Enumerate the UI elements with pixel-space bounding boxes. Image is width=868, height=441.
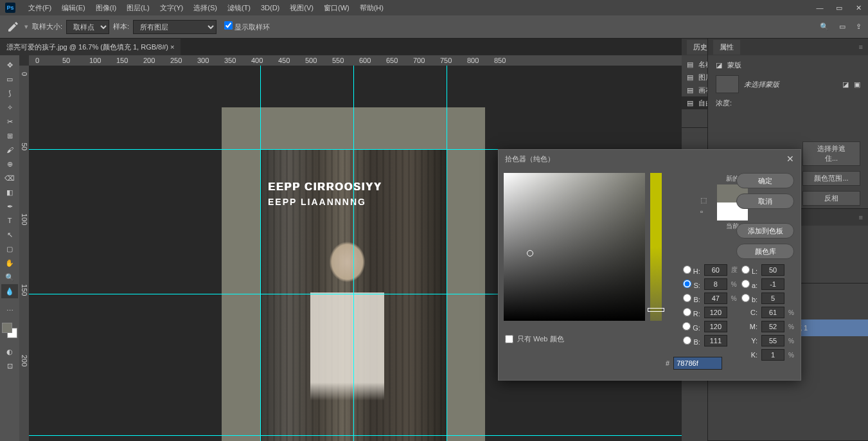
- invert-button[interactable]: 反相: [802, 191, 860, 206]
- frame-tool[interactable]: ⊞: [1, 129, 18, 143]
- m-input[interactable]: [761, 321, 784, 332]
- s-radio[interactable]: [683, 280, 691, 288]
- hand-tool[interactable]: ✋: [1, 256, 18, 270]
- share-icon[interactable]: ⇪: [856, 22, 862, 31]
- shape-tool[interactable]: ▢: [1, 242, 18, 256]
- add-mask-icon[interactable]: ◪: [842, 80, 849, 89]
- mask-icon: ◪: [716, 61, 722, 69]
- brush-tool[interactable]: 🖌: [1, 143, 18, 157]
- hue-thumb: [648, 308, 664, 312]
- document-tab-title: 漂亮可爱的孩子.jpg @ 16.7% (颜色填充 1, RGB/8#) ×: [6, 42, 174, 52]
- stamp-tool[interactable]: ⊕: [1, 157, 18, 171]
- restore-button[interactable]: ▭: [829, 1, 849, 14]
- show-ring-checkbox[interactable]: 显示取样环: [224, 21, 270, 32]
- pen-tool[interactable]: ✒: [1, 199, 18, 213]
- dialog-title: 拾色器（纯色）: [505, 154, 554, 164]
- crop-tool[interactable]: ✂: [1, 114, 18, 129]
- menu-image[interactable]: 图像(I): [91, 3, 121, 13]
- add-vmask-icon[interactable]: ▣: [854, 80, 860, 89]
- sample-label: 样本:: [113, 22, 129, 32]
- panel-menu-icon[interactable]: ≡: [859, 43, 863, 51]
- g-input[interactable]: [704, 321, 727, 332]
- screenmode-tool[interactable]: ⊡: [1, 359, 18, 373]
- hex-input[interactable]: [673, 357, 722, 370]
- quickmask-tool[interactable]: ◐: [1, 345, 18, 359]
- menu-filter[interactable]: 滤镜(T): [222, 3, 256, 13]
- cube-icon[interactable]: ⬚: [700, 196, 707, 204]
- guide-horizontal[interactable]: [29, 435, 682, 436]
- b-radio[interactable]: [683, 294, 691, 302]
- more-tools[interactable]: ⋯: [1, 303, 18, 318]
- add-swatch-button[interactable]: 添加到色板: [736, 223, 794, 239]
- hue-slider[interactable]: [650, 173, 662, 321]
- workspace-icon[interactable]: ▭: [839, 22, 846, 31]
- color-field[interactable]: [504, 173, 645, 321]
- color-swatches[interactable]: [2, 323, 17, 338]
- bl-radio[interactable]: [683, 336, 691, 345]
- foreground-color[interactable]: [2, 323, 12, 333]
- ruler-horizontal: 0501001502002503003504004505005506006507…: [29, 55, 682, 66]
- b2-input[interactable]: [761, 292, 784, 304]
- h-input[interactable]: [704, 264, 727, 276]
- lasso-tool[interactable]: ⟆: [1, 86, 18, 100]
- cancel-button[interactable]: 取消: [736, 194, 794, 209]
- r-radio[interactable]: [683, 308, 691, 316]
- l-radio[interactable]: [741, 266, 750, 274]
- menu-3d[interactable]: 3D(D): [256, 4, 285, 12]
- guide-vertical[interactable]: [260, 66, 261, 441]
- g-radio[interactable]: [682, 322, 691, 330]
- doc-icon: ▤: [687, 73, 693, 82]
- a-input[interactable]: [761, 278, 784, 290]
- minimize-button[interactable]: —: [810, 1, 829, 14]
- c-input[interactable]: [761, 307, 784, 318]
- ok-button[interactable]: 确定: [736, 173, 794, 188]
- path-tool[interactable]: ↖: [1, 228, 18, 242]
- panel-menu-icon[interactable]: ≡: [859, 213, 863, 221]
- menu-type[interactable]: 文字(Y): [155, 3, 189, 13]
- bl-input[interactable]: [704, 335, 727, 346]
- eyedropper-tool[interactable]: 💧: [1, 284, 18, 298]
- menu-view[interactable]: 视图(V): [285, 3, 319, 13]
- type-tool[interactable]: T: [1, 213, 18, 228]
- move-tool[interactable]: ✥: [1, 58, 18, 72]
- h-radio[interactable]: [683, 266, 691, 274]
- menu-help[interactable]: 帮助(H): [355, 3, 389, 13]
- k-input[interactable]: [761, 349, 784, 361]
- s-input[interactable]: [704, 278, 727, 290]
- guide-vertical[interactable]: [353, 66, 354, 441]
- search-icon[interactable]: 🔍: [820, 22, 829, 31]
- color-lib-button[interactable]: 颜色库: [736, 244, 794, 259]
- guide-vertical[interactable]: [447, 66, 447, 441]
- b2-radio[interactable]: [741, 294, 750, 302]
- zoom-tool[interactable]: 🔍: [1, 270, 18, 284]
- menu-window[interactable]: 窗口(W): [319, 3, 355, 13]
- document-tab[interactable]: 漂亮可爱的孩子.jpg @ 16.7% (颜色填充 1, RGB/8#) ×: [0, 39, 181, 55]
- sample-select[interactable]: 所有图层: [133, 20, 217, 34]
- l-input[interactable]: [761, 264, 784, 276]
- webonly-checkbox[interactable]: [505, 335, 513, 343]
- color-cursor: [527, 250, 533, 256]
- dropdown-arrow-icon[interactable]: ▾: [24, 22, 28, 31]
- eyedropper-icon: [6, 21, 19, 33]
- b-input[interactable]: [704, 292, 727, 304]
- density-label: 浓度:: [716, 98, 732, 108]
- app-icon: Ps: [5, 3, 15, 13]
- color-range-button[interactable]: 颜色范围...: [802, 171, 860, 186]
- sample-size-select[interactable]: 取样点: [66, 20, 109, 34]
- close-button[interactable]: ✕: [849, 1, 868, 14]
- select-mask-button[interactable]: 选择并遮住...: [802, 141, 860, 166]
- eraser-tool[interactable]: ⌫: [1, 171, 18, 185]
- close-icon[interactable]: ✕: [786, 154, 794, 164]
- menu-edit[interactable]: 编辑(E): [57, 3, 91, 13]
- a-radio[interactable]: [741, 280, 750, 288]
- menu-layer[interactable]: 图层(L): [121, 3, 154, 13]
- warn-icon[interactable]: ▫: [700, 208, 703, 215]
- wand-tool[interactable]: ✧: [1, 100, 18, 114]
- r-input[interactable]: [704, 307, 727, 318]
- y-input[interactable]: [761, 335, 784, 346]
- menu-file[interactable]: 文件(F): [23, 3, 57, 13]
- properties-tab[interactable]: 属性: [713, 40, 740, 55]
- marquee-tool[interactable]: ▭: [1, 72, 18, 86]
- menu-select[interactable]: 选择(S): [188, 3, 222, 13]
- gradient-tool[interactable]: ◧: [1, 185, 18, 199]
